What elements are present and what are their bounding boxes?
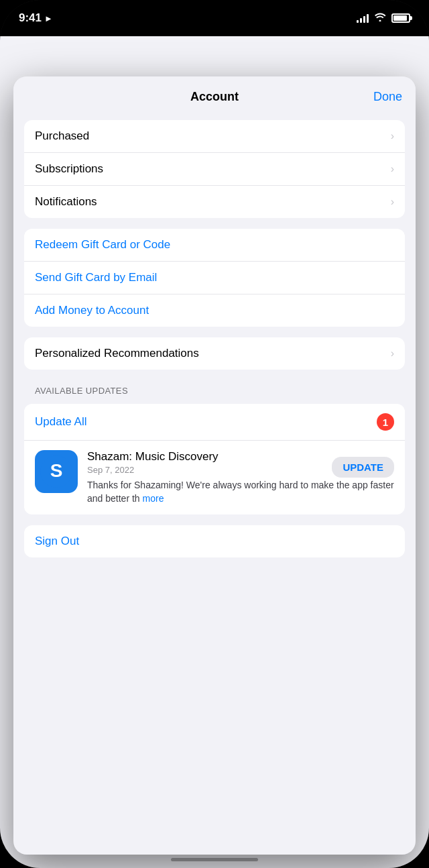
update-button[interactable]: UPDATE [332,457,394,478]
modal-body: Purchased › Subscriptions › Notification… [13,115,416,853]
wifi-icon [374,12,386,24]
update-all-label: Update All [35,415,87,429]
sign-out-card: Sign Out [24,525,405,557]
sign-out-button[interactable]: Sign Out [24,525,405,557]
modal-title: Account [190,90,239,104]
subscriptions-chevron: › [391,163,394,175]
status-icons [357,12,410,24]
add-money-label: Add Money to Account [35,304,149,317]
home-indicator [171,858,258,861]
redeem-gift-card-item[interactable]: Redeem Gift Card or Code [24,229,405,262]
update-badge: 1 [377,413,394,431]
shazam-description: Thanks for Shazaming! We're always worki… [87,479,394,505]
account-modal: Account Done Purchased › Subscriptions › [13,76,416,855]
shazam-app-icon: S [35,450,78,493]
screen-background: Account Done Purchased › Subscriptions › [0,36,429,868]
recommendations-chevron: › [391,347,394,360]
send-gift-card-label: Send Gift Card by Email [35,271,157,284]
shazam-update-row: S Shazam: Music Discovery Sep 7, 2022 UP… [24,441,405,514]
subscriptions-item[interactable]: Subscriptions › [24,153,405,186]
purchased-chevron: › [391,130,394,142]
status-time: 9:41 ► [19,11,53,25]
redeem-gift-card-label: Redeem Gift Card or Code [35,238,170,252]
signal-icon [357,13,369,23]
personalized-recommendations-item[interactable]: Personalized Recommendations › [24,337,405,370]
purchased-item[interactable]: Purchased › [24,120,405,153]
account-section-card: Purchased › Subscriptions › Notification… [24,120,405,218]
subscriptions-label: Subscriptions [35,162,103,176]
time-display: 9:41 [19,11,42,25]
svg-text:S: S [50,460,63,481]
send-gift-card-item[interactable]: Send Gift Card by Email [24,262,405,294]
purchased-label: Purchased [35,129,89,143]
recommendations-card: Personalized Recommendations › [24,337,405,370]
available-updates-label: AVAILABLE UPDATES [24,380,405,401]
dynamic-island [174,8,255,31]
battery-icon [391,13,410,23]
notifications-label: Notifications [35,195,97,209]
shazam-app-date: Sep 7, 2022 [87,465,332,475]
shazam-info: Shazam: Music Discovery Sep 7, 2022 [87,450,332,479]
gift-card-section: Redeem Gift Card or Code Send Gift Card … [24,229,405,327]
shazam-app-details: Shazam: Music Discovery Sep 7, 2022 UPDA… [87,450,394,505]
personalized-recommendations-label: Personalized Recommendations [35,347,199,360]
notifications-chevron: › [391,196,394,208]
shazam-app-name: Shazam: Music Discovery [87,450,332,464]
notifications-item[interactable]: Notifications › [24,186,405,218]
updates-card: Update All 1 S [24,404,405,514]
battery-fill [393,15,407,21]
done-button[interactable]: Done [373,90,402,104]
more-link[interactable]: more [143,493,164,504]
add-money-item[interactable]: Add Money to Account [24,294,405,327]
shazam-content-row: Shazam: Music Discovery Sep 7, 2022 UPDA… [87,450,394,479]
location-icon: ► [44,13,53,23]
update-all-row[interactable]: Update All 1 [24,404,405,441]
modal-header: Account Done [13,76,416,115]
